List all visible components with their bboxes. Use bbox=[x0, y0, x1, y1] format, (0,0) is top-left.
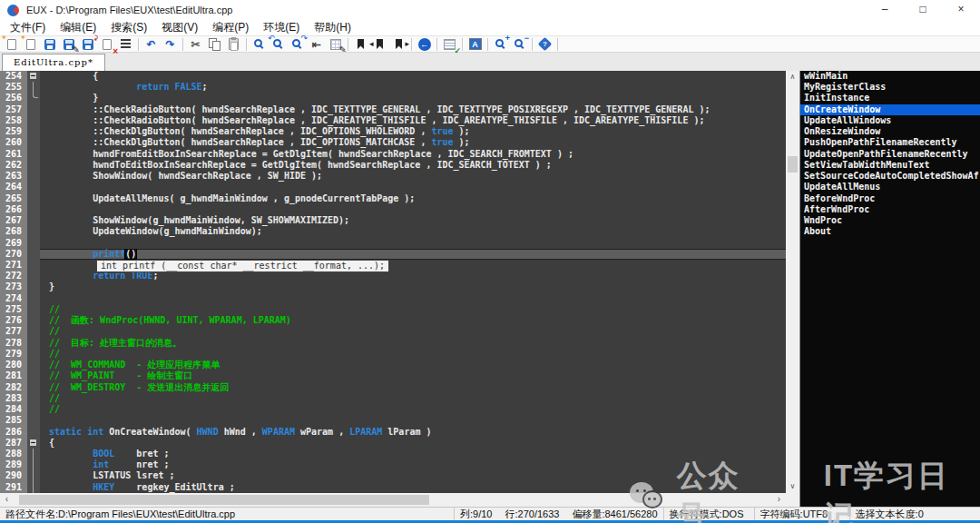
function-list-item[interactable]: SetViewTabWidthMenuText bbox=[800, 160, 980, 171]
code-line[interactable]: 288 BOOL bret ; bbox=[0, 449, 786, 459]
horizontal-scroll-thumb[interactable] bbox=[19, 495, 429, 505]
code-line[interactable]: 268 UpdateWindow(g_hwndMainWindow); bbox=[0, 226, 786, 237]
fold-margin[interactable] bbox=[27, 126, 40, 137]
code-line[interactable]: 278// 目标: 处理主窗口的消息。 bbox=[0, 338, 786, 349]
vertical-scrollbar[interactable]: ∧ ∨ bbox=[786, 71, 799, 493]
close-file-icon[interactable] bbox=[97, 36, 116, 53]
code-line[interactable]: 263 ShowWindow( hwndSearchReplace , SW_H… bbox=[0, 171, 786, 182]
fold-margin[interactable] bbox=[27, 404, 40, 415]
code-line[interactable]: 283// bbox=[0, 393, 786, 404]
fold-margin[interactable] bbox=[27, 271, 40, 281]
vertical-scroll-thumb[interactable] bbox=[788, 156, 798, 173]
save-all-icon[interactable] bbox=[78, 36, 97, 53]
fold-margin[interactable] bbox=[27, 82, 40, 93]
copy-icon[interactable] bbox=[205, 36, 224, 53]
fold-margin[interactable]: − bbox=[27, 71, 40, 82]
maximize-button[interactable]: □ bbox=[904, 0, 942, 20]
function-list-item[interactable]: PushOpenPathFilenameRecently bbox=[800, 137, 980, 148]
fold-margin[interactable] bbox=[27, 115, 40, 126]
tab-editultra-cpp[interactable]: EditUltra.cpp* bbox=[2, 54, 105, 71]
fold-margin[interactable] bbox=[27, 204, 40, 215]
save-as-icon[interactable] bbox=[59, 36, 78, 53]
navigate-back-icon[interactable] bbox=[415, 36, 434, 53]
function-list-item[interactable]: BeforeWndProc bbox=[800, 193, 980, 204]
menu-edit[interactable]: 编辑(E) bbox=[53, 20, 103, 35]
code-line[interactable]: 257 ::CheckRadioButton( hwndSearchReplac… bbox=[0, 104, 786, 115]
close-button[interactable]: × bbox=[942, 0, 980, 20]
code-line[interactable]: 276// 函数: WndProc(HWND, UINT, WPARAM, LP… bbox=[0, 315, 786, 326]
fold-margin[interactable] bbox=[27, 360, 40, 370]
goto-position-icon[interactable]: ⇤ bbox=[307, 36, 326, 53]
code-line[interactable]: 277// bbox=[0, 326, 786, 337]
paste-icon[interactable] bbox=[224, 36, 243, 53]
fold-margin[interactable] bbox=[27, 160, 40, 171]
function-list-item[interactable]: UpdateAllWindows bbox=[800, 115, 980, 126]
fold-margin[interactable] bbox=[27, 137, 40, 148]
menu-view[interactable]: 视图(V) bbox=[154, 20, 205, 35]
menu-env[interactable]: 环境(E) bbox=[256, 20, 307, 35]
code-line[interactable]: 272 return TRUE; bbox=[0, 271, 786, 281]
code-line[interactable]: 274 bbox=[0, 293, 786, 304]
fold-margin[interactable] bbox=[27, 315, 40, 326]
fold-margin[interactable] bbox=[27, 171, 40, 182]
code-line[interactable]: 267 ShowWindow(g_hwndMainWindow, SW_SHOW… bbox=[0, 215, 786, 226]
scroll-down-icon[interactable]: ∨ bbox=[786, 480, 799, 493]
function-list-item[interactable]: OnResizeWindow bbox=[800, 126, 980, 137]
fold-margin[interactable] bbox=[27, 238, 40, 249]
fold-margin[interactable] bbox=[27, 93, 40, 104]
code-editor[interactable]: int printf (__const char* __restrict __f… bbox=[0, 71, 786, 493]
fold-margin[interactable] bbox=[27, 427, 40, 438]
menu-search[interactable]: 搜索(S) bbox=[103, 20, 154, 35]
code-line[interactable]: 281// WM_PAINT - 绘制主窗口 bbox=[0, 370, 786, 381]
horizontal-scroll-track[interactable] bbox=[14, 493, 772, 507]
scroll-left-icon[interactable]: ‹ bbox=[0, 493, 14, 507]
function-list-item[interactable]: WndProc bbox=[800, 215, 980, 226]
cut-icon[interactable]: ✂ bbox=[186, 36, 205, 53]
fold-margin[interactable] bbox=[27, 281, 40, 292]
new-from-template-icon[interactable] bbox=[21, 36, 40, 53]
fold-margin[interactable] bbox=[27, 182, 40, 192]
code-line[interactable]: 285 bbox=[0, 415, 786, 426]
fold-margin[interactable] bbox=[27, 449, 40, 459]
about-icon[interactable] bbox=[535, 36, 554, 53]
fold-margin[interactable] bbox=[27, 470, 40, 481]
horizontal-scrollbar[interactable]: ‹ › bbox=[0, 493, 799, 507]
function-list-item[interactable]: MyRegisterClass bbox=[800, 82, 980, 93]
fold-margin[interactable] bbox=[27, 415, 40, 426]
function-list-item[interactable]: UpdateAllMenus bbox=[800, 182, 980, 192]
code-line[interactable]: 291 HKEY regkey_EditUltra ; bbox=[0, 482, 786, 493]
replace-icon[interactable] bbox=[326, 36, 345, 53]
code-line[interactable]: 264 bbox=[0, 182, 786, 192]
bookmark-icon[interactable] bbox=[351, 36, 370, 53]
line-numbers-icon[interactable] bbox=[440, 36, 459, 53]
fold-margin[interactable] bbox=[27, 193, 40, 204]
fold-collapse-icon[interactable]: − bbox=[29, 439, 37, 447]
find-prev-icon[interactable] bbox=[269, 36, 288, 53]
code-line[interactable]: 287−{ bbox=[0, 438, 786, 449]
fold-margin[interactable] bbox=[27, 293, 40, 304]
code-line[interactable]: 260 ::CheckDlgButton( hwndSearchReplace … bbox=[0, 137, 786, 148]
code-line[interactable]: 289 int nret ; bbox=[0, 459, 786, 470]
code-line[interactable]: 280// WM_COMMAND - 处理应用程序菜单 bbox=[0, 360, 786, 370]
undo-icon[interactable]: ↶ bbox=[142, 36, 161, 53]
code-line[interactable]: 273} bbox=[0, 281, 786, 292]
menu-file[interactable]: 文件(F) bbox=[3, 20, 53, 35]
code-line[interactable]: 290 LSTATUS lsret ; bbox=[0, 470, 786, 481]
fold-margin[interactable] bbox=[27, 338, 40, 349]
code-line[interactable]: 258 ::CheckRadioButton( hwndSearchReplac… bbox=[0, 115, 786, 126]
code-line[interactable]: 275// bbox=[0, 304, 786, 315]
menu-help[interactable]: 帮助(H) bbox=[307, 20, 358, 35]
scroll-right-icon[interactable]: › bbox=[772, 493, 786, 507]
code-line[interactable]: 286static int OnCreateWindow( HWND hWnd … bbox=[0, 427, 786, 438]
code-line[interactable]: 265 UpdateAllMenus( g_hwndMainWindow , g… bbox=[0, 193, 786, 204]
fold-collapse-icon[interactable]: − bbox=[29, 72, 37, 80]
fold-margin[interactable] bbox=[27, 349, 40, 360]
function-list-item[interactable]: OnCreateWindow bbox=[800, 104, 980, 115]
code-line[interactable]: 259 ::CheckDlgButton( hwndSearchReplace … bbox=[0, 126, 786, 137]
next-bookmark-icon[interactable] bbox=[389, 36, 408, 53]
code-line[interactable]: 284// bbox=[0, 404, 786, 415]
prev-bookmark-icon[interactable] bbox=[370, 36, 389, 53]
fold-margin[interactable] bbox=[27, 249, 40, 260]
menu-program[interactable]: 编程(P) bbox=[205, 20, 256, 35]
new-file-icon[interactable] bbox=[2, 36, 21, 53]
